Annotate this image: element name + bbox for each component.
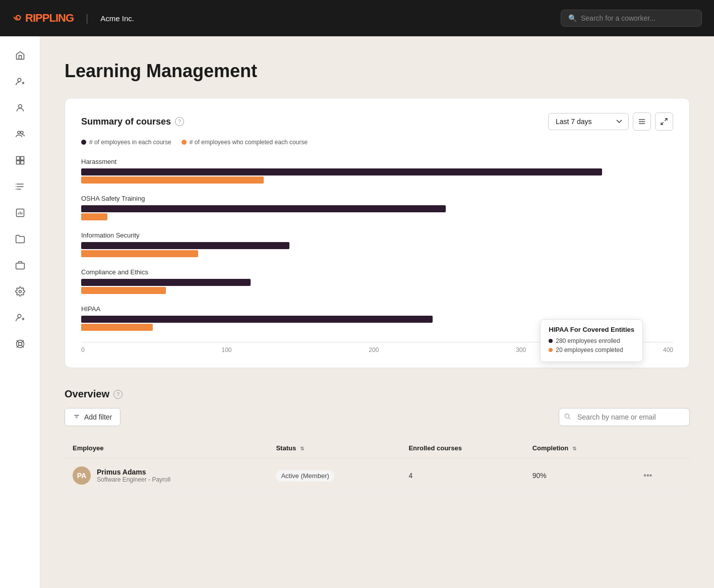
coworker-search[interactable]: 🔍 Search for a coworker...	[561, 10, 702, 27]
svg-rect-18	[16, 263, 24, 269]
axis-400: 400	[663, 346, 673, 354]
col-actions	[631, 438, 690, 458]
tooltip-enrolled-count: 280 employees enrolled	[556, 337, 620, 344]
chart-title: Summary of courses	[81, 116, 171, 127]
legend-dot-completed	[182, 140, 187, 145]
sidebar-item-teams[interactable]	[9, 123, 31, 145]
sidebar-item-jobs[interactable]	[9, 254, 31, 276]
table-body: PA Primus Adams Software Engineer - Payr…	[65, 458, 690, 493]
svg-point-1	[18, 104, 22, 108]
sidebar-item-employees[interactable]	[9, 97, 31, 119]
axis-100: 100	[221, 346, 231, 354]
bar-label: OSHA Safety Training	[81, 195, 673, 202]
bar-completed	[81, 213, 107, 220]
bar-completed	[81, 177, 264, 184]
employee-name: Primus Adams	[97, 468, 170, 476]
legend-enrolled: # of employees in each course	[81, 139, 171, 146]
bar-enrolled	[81, 242, 289, 249]
chart-help-icon[interactable]: ?	[175, 117, 184, 126]
employee-search-input[interactable]	[559, 408, 690, 426]
svg-line-31	[661, 122, 664, 125]
svg-point-0	[18, 78, 21, 82]
sidebar	[0, 36, 40, 588]
expand-button[interactable]	[655, 112, 673, 131]
bar-enrolled	[81, 279, 251, 286]
tooltip-completed-dot	[549, 348, 553, 352]
sidebar-item-user-mgmt[interactable]	[9, 307, 31, 329]
col-completion[interactable]: Completion ⇅	[524, 438, 632, 458]
svg-point-35	[565, 414, 569, 418]
svg-rect-4	[16, 157, 20, 160]
sidebar-item-home[interactable]	[9, 44, 31, 67]
employee-role: Software Engineer - Payroll	[97, 476, 170, 483]
sidebar-item-settings[interactable]	[9, 280, 31, 303]
bar-completed	[81, 250, 198, 257]
svg-point-2	[18, 131, 20, 134]
svg-point-22	[18, 342, 22, 346]
logo: ꩜ RIPPLING | Acme Inc.	[12, 12, 134, 25]
col-employee: Employee	[65, 438, 268, 458]
coworker-search-placeholder: Search for a coworker...	[581, 14, 656, 22]
svg-point-3	[20, 131, 23, 134]
svg-rect-6	[16, 161, 20, 164]
tooltip-completed-count: 20 employees completed	[556, 346, 623, 354]
bar-label: Information Security	[81, 231, 673, 239]
rippling-logo: ꩜ RIPPLING	[12, 12, 74, 25]
col-status[interactable]: Status ⇅	[268, 438, 400, 458]
tooltip-enrolled: 280 employees enrolled	[549, 337, 634, 344]
bar-group: Information Security	[81, 231, 673, 258]
top-nav: ꩜ RIPPLING | Acme Inc. 🔍 Search for a co…	[0, 0, 714, 36]
svg-point-13	[15, 189, 16, 190]
svg-line-36	[569, 418, 570, 419]
legend-completed-label: # of employees who completed each course	[190, 139, 308, 146]
table-row: PA Primus Adams Software Engineer - Payr…	[65, 458, 690, 493]
overview-help-icon[interactable]: ?	[113, 390, 123, 399]
bar-chart: HarassmentOSHA Safety TrainingInformatio…	[81, 158, 673, 332]
svg-point-19	[19, 290, 21, 293]
cell-enrolled: 4	[400, 458, 524, 493]
avatar: PA	[73, 466, 91, 485]
list-view-button[interactable]	[633, 112, 651, 131]
svg-point-11	[15, 184, 16, 185]
chart-controls: Last 7 days Last 30 days Last 90 days La…	[548, 112, 673, 131]
tooltip-completed: 20 employees completed	[549, 346, 634, 354]
chart-card: Summary of courses ? Last 7 days Last 30…	[65, 98, 690, 368]
bar-completed	[81, 287, 166, 294]
legend-enrolled-label: # of employees in each course	[89, 139, 171, 146]
chart-tooltip: HIPAA For Covered Entities 280 employees…	[540, 319, 643, 362]
bar-track	[81, 168, 673, 185]
tooltip-enrolled-dot	[549, 339, 553, 343]
bar-track	[81, 205, 673, 221]
more-options-button[interactable]: •••	[639, 469, 656, 482]
sidebar-item-reports[interactable]	[9, 202, 31, 224]
overview-controls: Add filter	[65, 408, 690, 426]
bar-label: Compliance and Ethics	[81, 268, 673, 276]
table-header: Employee Status ⇅ Enrolled courses Compl…	[65, 438, 690, 458]
svg-rect-5	[20, 157, 24, 160]
add-filter-button[interactable]: Add filter	[65, 408, 121, 426]
add-filter-label: Add filter	[84, 413, 112, 421]
axis-300: 300	[516, 346, 526, 354]
axis-200: 200	[369, 346, 379, 354]
chart-legend: # of employees in each course # of emplo…	[81, 139, 673, 146]
bar-track	[81, 279, 673, 295]
sidebar-item-add-employee[interactable]	[9, 71, 31, 93]
svg-point-12	[15, 186, 16, 187]
bar-label: HIPAA	[81, 305, 673, 313]
sidebar-item-grid[interactable]	[9, 149, 31, 171]
col-enrolled: Enrolled courses	[400, 438, 524, 458]
bar-label: Harassment	[81, 158, 673, 165]
sidebar-item-list[interactable]	[9, 175, 31, 198]
legend-dot-enrolled	[81, 140, 86, 145]
bar-group: Harassment	[81, 158, 673, 185]
legend-completed: # of employees who completed each course	[182, 139, 308, 146]
cell-more: •••	[631, 458, 690, 493]
sidebar-item-files[interactable]	[9, 228, 31, 250]
status-sort-icon: ⇅	[300, 446, 304, 451]
date-range-select[interactable]: Last 7 days Last 30 days Last 90 days La…	[548, 113, 629, 130]
overview-section: Overview ? Add filter	[65, 388, 690, 493]
completion-sort-icon: ⇅	[572, 446, 576, 451]
company-name: Acme Inc.	[100, 14, 134, 23]
page-title: Learning Management	[65, 61, 690, 82]
sidebar-item-help[interactable]	[9, 333, 31, 355]
